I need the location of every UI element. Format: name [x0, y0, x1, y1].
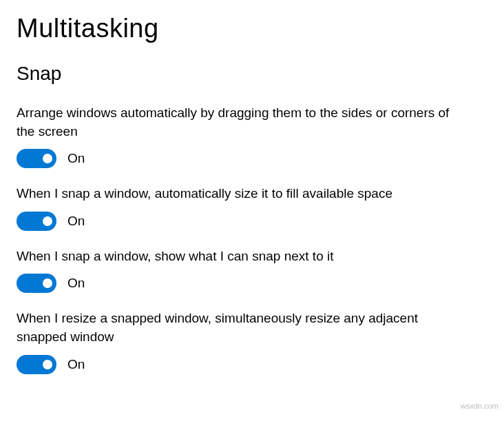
toggle-row: On: [17, 355, 487, 374]
toggle-knob-icon: [43, 360, 52, 369]
toggle-knob-icon: [43, 154, 52, 163]
watermark-text: wsxdn.com: [461, 402, 498, 410]
toggle-state-text: On: [67, 214, 85, 229]
setting-label: Arrange windows automatically by draggin…: [17, 104, 471, 141]
toggle-row: On: [17, 274, 487, 293]
setting-snap-autosize: When I snap a window, automatically size…: [17, 185, 487, 231]
toggle-snap-autosize[interactable]: [17, 212, 56, 231]
setting-snap-resize-adjacent: When I resize a snapped window, simultan…: [17, 309, 487, 374]
toggle-state-text: On: [67, 151, 85, 166]
toggle-knob-icon: [43, 216, 52, 226]
toggle-snap-assist[interactable]: [17, 274, 56, 293]
setting-snap-arrange: Arrange windows automatically by draggin…: [17, 104, 487, 168]
toggle-row: On: [17, 212, 487, 231]
section-title-snap: Snap: [17, 63, 487, 85]
page-title: Multitasking: [17, 14, 487, 43]
toggle-knob-icon: [43, 278, 52, 288]
toggle-snap-resize-adjacent[interactable]: [17, 355, 56, 374]
setting-snap-assist: When I snap a window, show what I can sn…: [17, 247, 487, 294]
toggle-state-text: On: [67, 276, 85, 291]
toggle-state-text: On: [67, 357, 85, 372]
toggle-row: On: [17, 149, 487, 168]
toggle-snap-arrange[interactable]: [17, 149, 56, 168]
setting-label: When I snap a window, automatically size…: [17, 185, 471, 203]
setting-label: When I resize a snapped window, simultan…: [17, 309, 471, 346]
setting-label: When I snap a window, show what I can sn…: [17, 247, 471, 266]
